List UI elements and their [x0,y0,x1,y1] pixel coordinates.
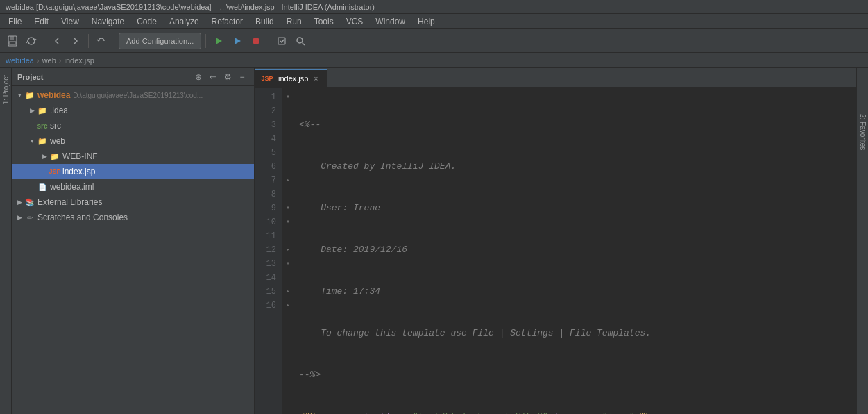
breadcrumb-project[interactable]: webidea [6,56,34,65]
menu-item-help[interactable]: Help [412,15,441,28]
arrow-scratches: ▶ [15,213,24,222]
code-editor[interactable]: 1 2 3 4 5 6 7 8 9 10 11 12 13 14 15 16 ▾ [255,88,856,414]
line-num-9: 9 [255,201,282,215]
code-text-8b: page [321,410,348,414]
editor-area: JSP index.jsp × 1 2 3 4 5 6 7 8 9 10 11 … [255,68,856,414]
svg-rect-5 [253,38,259,44]
line-num-13: 13 [255,257,282,271]
main-area: 1: Project Project ⊕ ⇐ ⚙ − ▾ 📁 webidea D… [0,68,868,414]
tree-item-web[interactable]: ▾ 📁 web [12,133,254,149]
code-line-3: User: Irene [299,201,851,215]
sync-button[interactable] [23,33,40,49]
locate-file-button[interactable]: ⊕ [192,71,205,83]
tree-label-ext-libs: External Libraries [37,197,102,207]
breadcrumb-file[interactable]: index.jsp [65,56,94,65]
menu-item-edit[interactable]: Edit [28,15,54,28]
tree-item-index-jsp[interactable]: ▶ JSP index.jsp [12,164,254,179]
code-text-5: Time: 17:34 [299,285,380,299]
title-bar: webidea [D:\atguigu\javaee\JavaSE2019121… [0,0,868,14]
hide-panel-button[interactable]: − [236,71,248,83]
search-everywhere-button[interactable] [292,33,309,49]
tree-label-idea: .idea [50,106,68,115]
undo-button[interactable] [93,33,110,49]
menu-item-build[interactable]: Build [250,15,280,28]
code-line-7: --%> [299,368,851,382]
line-num-4: 4 [255,132,282,146]
toolbar-sep-1 [44,34,44,48]
menu-item-tools[interactable]: Tools [309,15,339,28]
add-configuration-button[interactable]: Add Configuration... [119,33,201,49]
fold-9[interactable]: ▾ [282,201,293,215]
save-all-button[interactable] [4,33,21,49]
forward-button[interactable] [67,33,84,49]
svg-rect-2 [9,42,16,44]
project-panel-header: Project ⊕ ⇐ ⚙ − [12,68,254,86]
tree-item-scratches[interactable]: ▶ ✏ Scratches and Consoles [12,210,254,225]
stop-button[interactable] [248,33,264,49]
code-text-8i: %> [635,410,651,414]
tree-item-iml[interactable]: ▶ 📄 webidea.iml [12,179,254,194]
menu-item-refactor[interactable]: Refactor [206,15,248,28]
tree-label-iml: webidea.iml [50,182,94,192]
file-tree: ▾ 📁 webidea D:\atguigu\javaee\JavaSE2019… [12,86,254,414]
code-text-8h: "java" [602,410,635,414]
breadcrumb-web[interactable]: web [42,56,56,65]
add-config-label: Add Configuration... [126,37,194,45]
fold-12[interactable]: ▸ [282,243,293,257]
tree-item-idea[interactable]: ▶ 📁 .idea [12,103,254,118]
arrow-ext-libs: ▶ [15,197,24,207]
iml-icon: 📄 [37,181,48,192]
menu-item-navigate[interactable]: Navigate [86,15,130,28]
line-num-15: 15 [255,285,282,299]
line-num-16: 16 [255,299,282,313]
tab-close-button[interactable]: × [312,74,320,83]
menu-item-analyze[interactable]: Analyze [164,15,205,28]
menu-item-view[interactable]: View [56,15,85,28]
jsp-icon-index: JSP [49,166,60,177]
folder-icon-webinf: 📁 [49,151,60,162]
menu-item-vcs[interactable]: VCS [341,15,369,28]
line-num-3: 3 [255,118,282,132]
tree-item-ext-libs[interactable]: ▶ 📚 External Libraries [12,194,254,210]
line-num-7: 7 [255,174,282,188]
menu-item-run[interactable]: Run [281,15,307,28]
editor-tab-index-jsp[interactable]: JSP index.jsp × [255,69,327,87]
project-panel: Project ⊕ ⇐ ⚙ − ▾ 📁 webidea D:\atguigu\j… [12,68,255,414]
code-line-6: To change this template use File | Setti… [299,326,851,340]
code-text-8c: contentType [348,410,407,414]
fold-16[interactable]: ▸ [282,299,293,313]
menu-item-window[interactable]: Window [370,15,411,28]
fold-13[interactable]: ▾ [282,257,293,271]
tree-item-webidea[interactable]: ▾ 📁 webidea D:\atguigu\javaee\JavaSE2019… [12,88,254,103]
settings-button[interactable]: ⚙ [221,71,234,83]
build-button[interactable] [273,33,290,49]
tree-label-index-jsp: index.jsp [62,167,95,176]
arrow-webinf: ▶ [40,151,49,161]
fold-1[interactable]: ▾ [282,90,293,104]
fold-7[interactable]: ▸ [282,174,293,188]
tab-jsp-icon: JSP [262,73,273,84]
menu-item-file[interactable]: File [3,15,27,28]
project-tab-button[interactable]: 1: Project [1,71,11,108]
right-sidebar: 2: Favorites [856,68,868,414]
fold-15[interactable]: ▸ [282,285,293,299]
gutter-6 [282,160,293,174]
back-button[interactable] [49,33,65,49]
debug-button[interactable] [229,33,246,49]
code-content[interactable]: <%-- Created by IntelliJ IDEA. User: Ire… [293,88,856,414]
collapse-all-button[interactable]: ⇐ [207,71,219,83]
line-num-8: 8 [255,188,282,201]
svg-rect-6 [278,38,285,44]
toolbar: Add Configuration... [0,29,868,53]
menu-item-code[interactable]: Code [131,15,162,28]
tree-item-src[interactable]: ▶ src src [12,118,254,133]
tree-item-webinf[interactable]: ▶ 📁 WEB-INF [12,149,254,164]
code-text-8g: = [597,410,602,414]
run-button[interactable] [210,33,227,49]
line-num-6: 6 [255,160,282,174]
gutter: ▾ ▸ ▾ ▾ ▸ ▾ ▸ ▸ [282,88,293,414]
fold-10[interactable]: ▾ [282,215,293,229]
lib-icon-ext: 📚 [24,197,35,208]
favorites-tab-button[interactable]: 2: Favorites [858,110,868,154]
folder-icon-web: 📁 [37,135,48,147]
